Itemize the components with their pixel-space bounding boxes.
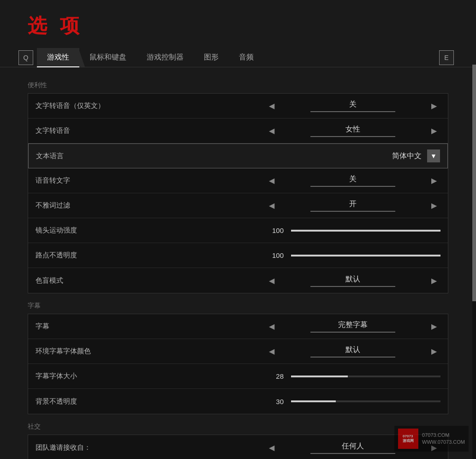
scrollbar-thumb [472,65,476,301]
value-text-profanity: 开 [282,199,424,209]
watermark-logo: 07073游戏网 [398,429,418,449]
value-stt: 关 [282,174,424,187]
slider-track-font-size[interactable] [291,376,440,377]
slider-fill-waypoint [291,255,440,256]
setting-control-tts: ◀ 女性 ▶ [265,125,440,137]
setting-name-tts-english: 文字转语音（仅英文） [36,101,265,110]
arrow-left-tts-english[interactable]: ◀ [265,100,278,113]
setting-name-profanity: 不雅词过滤 [36,201,265,210]
slider-number-font-size: 28 [265,372,284,380]
slider-fill-font-size [291,376,348,377]
setting-row-bg-opacity: 背景不透明度 30 [28,389,448,414]
value-text-colorblind: 默认 [282,274,424,284]
arrow-left-env-color[interactable]: ◀ [265,345,278,358]
tab-gameplay[interactable]: 游戏性 [37,48,79,67]
setting-name-camera: 镜头运动强度 [36,226,265,235]
setting-control-bg-opacity: 30 [265,398,440,405]
setting-name-text-lang: 文本语言 [36,152,265,161]
watermark: 07073游戏网 07073.COMWWW.07073.COM [394,426,469,452]
value-subtitle: 完整字幕 [282,320,424,333]
section-label-convenience: 便利性 [28,81,448,89]
setting-row-stt: 语音转文字 ◀ 关 ▶ [28,168,448,193]
settings-panel-social: 团队邀请接收自： ◀ 任何人 ▶ [28,435,448,459]
settings-panel-subtitle: 字幕 ◀ 完整字幕 ▶ 环境字幕字体颜色 ◀ 默认 ▶ [28,314,448,414]
value-text-subtitle: 完整字幕 [282,320,424,330]
setting-row-env-color: 环境字幕字体颜色 ◀ 默认 ▶ [28,339,448,364]
value-colorblind: 默认 [282,274,424,287]
slider-track-bg-opacity[interactable] [291,400,440,402]
dropdown-arrow-text-lang[interactable]: ▼ [427,149,440,162]
value-underline-profanity [310,211,396,212]
value-underline-tts [310,136,396,137]
setting-row-camera: 镜头运动强度 100 [28,218,448,243]
setting-control-camera: 100 [265,227,440,234]
slider-track-camera[interactable] [291,230,440,232]
arrow-left-profanity[interactable]: ◀ [265,199,278,212]
setting-row-waypoint: 路点不透明度 100 [28,243,448,268]
scrollbar[interactable] [472,65,476,459]
setting-name-waypoint: 路点不透明度 [36,251,265,260]
slider-number-waypoint: 100 [265,251,284,259]
arrow-right-subtitle[interactable]: ▶ [428,320,440,333]
arrow-right-tts[interactable]: ▶ [428,125,440,137]
section-label-subtitle: 字幕 [28,302,448,310]
value-tts-english: 关 [282,100,424,112]
value-profanity: 开 [282,199,424,212]
value-text-stt: 关 [282,174,424,184]
setting-control-stt: ◀ 关 ▶ [265,174,440,187]
setting-name-bg-opacity: 背景不透明度 [36,397,265,406]
value-text-env-color: 默认 [282,345,424,355]
value-underline-stt [310,186,396,187]
tab-q[interactable]: Q [18,50,33,65]
setting-name-subtitle: 字幕 [36,322,265,331]
arrow-right-colorblind[interactable]: ▶ [428,274,440,287]
setting-row-text-lang: 文本语言 简体中文 ▼ [28,143,448,168]
setting-row-profanity: 不雅词过滤 ◀ 开 ▶ [28,193,448,218]
setting-control-text-lang: 简体中文 ▼ [265,149,440,162]
setting-row-font-size: 字幕字体大小 28 [28,364,448,389]
slider-track-waypoint[interactable] [291,255,440,256]
value-tts: 女性 [282,125,424,137]
setting-control-env-color: ◀ 默认 ▶ [265,345,440,358]
tab-audio[interactable]: 音频 [229,48,264,67]
setting-row-subtitle: 字幕 ◀ 完整字幕 ▶ [28,314,448,339]
setting-control-waypoint: 100 [265,251,440,259]
page-title: 选 项 [0,0,476,48]
setting-name-stt: 语音转文字 [36,176,265,185]
arrow-right-env-color[interactable]: ▶ [428,345,440,358]
value-text-tts: 女性 [282,125,424,134]
arrow-right-profanity[interactable]: ▶ [428,199,440,212]
arrow-left-tts[interactable]: ◀ [265,125,278,137]
arrow-right-stt[interactable]: ▶ [428,174,440,187]
value-underline-subtitle [310,332,396,333]
setting-control-subtitle: ◀ 完整字幕 ▶ [265,320,440,333]
watermark-box: 07073游戏网 07073.COMWWW.07073.COM [394,426,469,452]
arrow-left-colorblind[interactable]: ◀ [265,274,278,287]
tab-e[interactable]: E [439,50,454,65]
setting-name-env-color: 环境字幕字体颜色 [36,347,265,356]
section-label-social: 社交 [28,423,448,431]
value-underline-invite [310,453,396,454]
arrow-left-subtitle[interactable]: ◀ [265,320,278,333]
setting-control-profanity: ◀ 开 ▶ [265,199,440,212]
tab-mouse[interactable]: 鼠标和键盘 [79,48,137,67]
arrow-left-stt[interactable]: ◀ [265,174,278,187]
content-area: 便利性 文字转语音（仅英文） ◀ 关 ▶ 文字转语音 ◀ 女性 [0,77,476,459]
setting-name-invite: 团队邀请接收自： [36,443,265,452]
slider-number-bg-opacity: 30 [265,398,284,405]
value-underline-colorblind [310,286,396,287]
tabs-bar: Q 游戏性 鼠标和键盘 游戏控制器 图形 音频 E [0,48,476,67]
slider-number-camera: 100 [265,227,284,234]
setting-row-colorblind: 色盲模式 ◀ 默认 ▶ [28,268,448,293]
tab-graphics[interactable]: 图形 [194,48,229,67]
value-text-tts-english: 关 [282,100,424,109]
setting-name-colorblind: 色盲模式 [36,276,265,285]
value-underline-tts-english [310,111,396,112]
watermark-text: 07073.COMWWW.07073.COM [422,432,465,446]
setting-name-font-size: 字幕字体大小 [36,372,265,381]
setting-control-font-size: 28 [265,372,440,380]
arrow-right-tts-english[interactable]: ▶ [428,100,440,113]
tab-controller[interactable]: 游戏控制器 [137,48,194,67]
arrow-left-invite[interactable]: ◀ [265,441,278,454]
slider-fill-camera [291,230,440,232]
